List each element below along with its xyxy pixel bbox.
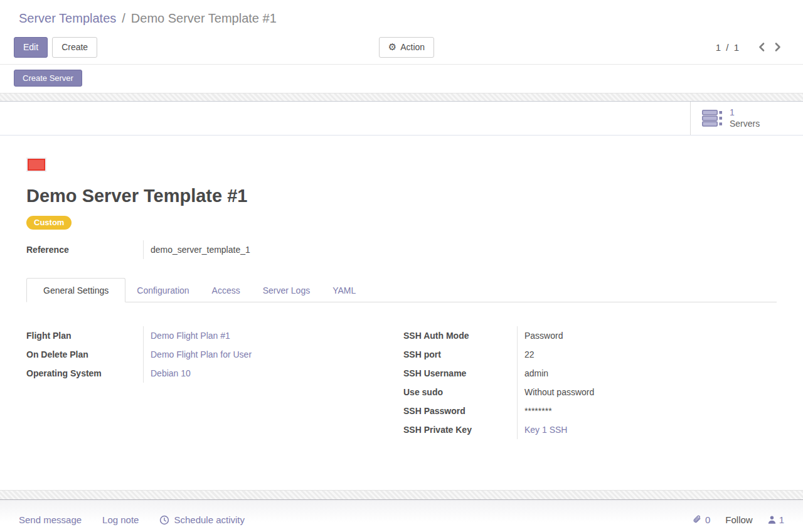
send-message-link[interactable]: Send message [19, 514, 82, 525]
followers-count: 1 [779, 514, 784, 525]
chevron-right-icon [774, 42, 782, 52]
field-value[interactable]: admin [517, 364, 548, 383]
edit-button[interactable]: Edit [14, 37, 48, 58]
create-button[interactable]: Create [52, 37, 97, 58]
server-stack-icon [702, 110, 723, 127]
pager: 1 / 1 [716, 41, 785, 53]
notebook-tab[interactable]: Configuration [125, 278, 200, 302]
pager-previous-button[interactable] [754, 41, 770, 53]
schedule-activity-link[interactable]: Schedule activity [159, 514, 245, 525]
record-image[interactable] [28, 159, 45, 171]
field-group-right: SSH Auth Mode Password SSH port 22 SSH U… [402, 326, 777, 439]
field-row: On Delete Plan Demo Flight Plan for User [26, 345, 402, 364]
field-row: SSH Password ******** [402, 402, 777, 420]
chevron-left-icon [758, 42, 766, 52]
gear-icon: ⚙ [388, 41, 396, 53]
action-button-label: Action [400, 42, 425, 52]
background-separator-bottom [0, 490, 803, 500]
chatter-bar: Send message Log note Schedule activity … [0, 500, 803, 532]
notebook-tab[interactable]: Access [201, 278, 252, 302]
field-value[interactable]: 22 [517, 345, 534, 364]
field-row: SSH Username admin [402, 364, 777, 383]
field-row: Flight Plan Demo Flight Plan #1 [26, 326, 402, 345]
servers-count: 1 [730, 108, 760, 117]
servers-stat-button[interactable]: 1 Servers [690, 102, 803, 135]
servers-label: Servers [730, 119, 760, 129]
log-note-link[interactable]: Log note [102, 514, 139, 525]
custom-badge: Custom [26, 216, 72, 230]
notebook-tab[interactable]: YAML [321, 278, 367, 302]
notebook-tab[interactable]: General Settings [26, 278, 125, 302]
schedule-activity-label: Schedule activity [174, 514, 245, 525]
tab-content-general-settings: Flight Plan Demo Flight Plan #1 On Delet… [26, 302, 777, 439]
field-value[interactable]: Demo Flight Plan #1 [143, 326, 230, 345]
reference-value: demo_server_template_1 [143, 240, 250, 259]
field-value[interactable]: Key 1 SSH [517, 420, 567, 439]
form-statusbar: 1 Servers [0, 102, 803, 136]
field-label: SSH Password [402, 402, 517, 420]
field-value[interactable]: Password [517, 326, 563, 345]
breadcrumb-parent-link[interactable]: Server Templates [19, 11, 116, 25]
field-row: SSH Auth Mode Password [402, 326, 777, 345]
field-value[interactable]: Demo Flight Plan for User [143, 345, 252, 364]
user-icon [768, 516, 776, 524]
followers-counter[interactable]: 1 [768, 514, 784, 525]
record-title: Demo Server Template #1 [26, 185, 777, 207]
notebook-tab[interactable]: Server Logs [252, 278, 321, 302]
reference-label: Reference [26, 240, 143, 259]
field-row: Operating System Debian 10 [26, 364, 402, 383]
attachments-counter[interactable]: 0 [692, 514, 710, 525]
create-server-button[interactable]: Create Server [14, 70, 82, 87]
field-row: SSH port 22 [402, 345, 777, 364]
action-button[interactable]: ⚙Action [379, 37, 434, 58]
field-label: SSH port [402, 345, 517, 364]
pager-value: 1 / 1 [716, 42, 740, 53]
field-label: SSH Auth Mode [402, 326, 517, 345]
field-label: SSH Private Key [402, 420, 517, 439]
attachments-count: 0 [705, 514, 710, 525]
field-label: SSH Username [402, 364, 517, 383]
field-label: On Delete Plan [26, 345, 143, 364]
statusbar-buttons-row: Create Server [0, 65, 803, 93]
background-separator-top [0, 93, 803, 102]
form-sheet: Demo Server Template #1 Custom Reference… [0, 136, 803, 490]
breadcrumb-separator: / [122, 11, 125, 25]
control-panel-buttons: Edit Create ⚙Action 1 / 1 [0, 30, 803, 65]
field-label: Flight Plan [26, 326, 143, 345]
control-panel: Server Templates/Demo Server Template #1… [0, 0, 803, 93]
field-label: Use sudo [402, 383, 517, 402]
field-value[interactable]: Debian 10 [143, 364, 191, 383]
breadcrumb: Server Templates/Demo Server Template #1 [0, 0, 803, 30]
field-label: Operating System [26, 364, 143, 383]
field-group-left: Flight Plan Demo Flight Plan #1 On Delet… [26, 326, 402, 439]
clock-icon [159, 515, 169, 525]
pager-next-button[interactable] [770, 41, 785, 53]
field-value[interactable]: Without password [517, 383, 594, 402]
breadcrumb-current: Demo Server Template #1 [131, 11, 277, 25]
field-row: Use sudo Without password [402, 383, 777, 402]
follow-button[interactable]: Follow [725, 514, 752, 525]
notebook-tabs: General Settings Configuration Access Se… [26, 278, 777, 302]
paperclip-icon [692, 514, 702, 525]
field-value[interactable]: ******** [517, 402, 552, 420]
field-row: SSH Private Key Key 1 SSH [402, 420, 777, 439]
reference-field-row: Reference demo_server_template_1 [26, 240, 777, 259]
